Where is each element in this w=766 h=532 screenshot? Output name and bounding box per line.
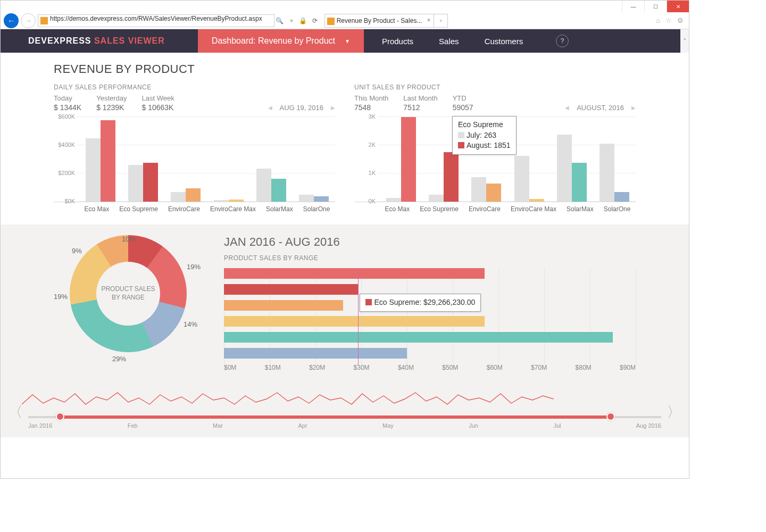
browser-toolbar: ← → https://demos.devexpress.com/RWA/Sal… [1,12,689,29]
tab-close-icon[interactable]: × [427,16,430,24]
address-url: https://demos.devexpress.com/RWA/SalesVi… [50,15,262,22]
nav-back-button[interactable]: ← [4,13,19,28]
chart-tooltip: Eco Supreme July: 263 August: 1851 [452,116,517,155]
app-header: DEVEXPRESS SALES VIEWER Dashboard: Reven… [1,29,689,53]
window-titlebar: — ☐ ✕ [1,1,689,12]
page-title: REVENUE BY PRODUCT [54,62,636,76]
card-daily-sales: DAILY SALES PERFORMANCE Today$ 1344K Yes… [54,84,335,213]
nav-products[interactable]: Products [382,37,413,46]
home-icon[interactable]: ⌂ [656,16,660,24]
card-unit-sales: UNIT SALES BY PRODUCT This Month7548 Las… [354,84,636,213]
range-title: JAN 2016 - AUG 2016 [224,235,636,249]
nav-forward-button[interactable]: → [21,13,36,28]
month-picker[interactable]: ◀ AUGUST, 2016 ▶ [565,104,636,112]
tab-title: Revenue By Product - Sales... [337,17,422,24]
chart-range-bars[interactable]: $0M$10M$20M$30M$40M$50M$60M$70M$80M$90M … [224,268,636,375]
prev-month-icon[interactable]: ◀ [565,105,569,111]
range-handle-end[interactable] [606,412,615,421]
chevron-down-icon: ▼ [345,38,350,44]
range-subtitle: PRODUCT SALES BY RANGE [224,254,636,262]
brand-logo: DEVEXPRESS SALES VIEWER [1,36,198,46]
current-month: AUGUST, 2016 [577,104,624,112]
window-min-button[interactable]: — [622,1,644,12]
card-heading: DAILY SALES PERFORMANCE [54,84,335,91]
window-max-button[interactable]: ☐ [644,1,667,12]
help-button[interactable]: ? [556,35,569,47]
card-heading: UNIT SALES BY PRODUCT [354,84,636,91]
favorites-icon[interactable]: ☆ [665,16,672,24]
timeline-range-selector[interactable]: 〈 〉 Jan 2016FebMarAprMayJunJulAug 2016 [6,385,684,432]
refresh-icon[interactable]: ⟳ [311,17,319,24]
address-bar[interactable]: https://demos.devexpress.com/RWA/SalesVi… [38,14,274,27]
lock-icon: 🔒 [299,17,307,24]
browser-tab[interactable]: Revenue By Product - Sales... × [324,14,435,28]
chart-donut[interactable]: PRODUCT SALES BY RANGE 10% 19% 14% 29% 1… [54,235,203,352]
next-date-icon[interactable]: ▶ [331,105,335,111]
date-picker[interactable]: ◀ AUG 19, 2016 ▶ [268,104,335,112]
favicon-icon [40,17,48,24]
donut-center-label: PRODUCT SALES BY RANGE [96,262,160,326]
timeline-sparkline [22,388,554,412]
timeline-next-icon[interactable]: 〉 [667,402,681,422]
favicon-icon [327,18,335,25]
prev-date-icon[interactable]: ◀ [268,105,272,111]
window-close-button[interactable]: ✕ [667,1,689,12]
current-date: AUG 19, 2016 [280,104,323,112]
timeline-prev-icon[interactable]: 〈 [8,402,23,422]
new-tab-button[interactable]: ▫ [434,14,448,28]
nav-sales[interactable]: Sales [439,37,459,46]
chart-daily-sales[interactable]: $0K$200K$400K$600KEco MaxEco SupremeEnvi… [54,117,335,213]
scroll-up-icon[interactable]: ˄ [680,29,689,53]
search-icon[interactable]: 🔍 [276,17,284,24]
next-month-icon[interactable]: ▶ [631,105,636,111]
dashboard-dropdown[interactable]: Dashboard: Revenue by Product ▼ [198,29,364,53]
range-handle-start[interactable] [56,412,64,421]
nav-customers[interactable]: Customers [485,37,523,46]
settings-icon[interactable]: ⚙ [677,16,684,24]
range-tooltip: Eco Supreme: $29,266,230.00 [360,294,481,312]
chart-unit-sales[interactable]: 0K1K2K3KEco MaxEco SupremeEnviroCareEnvi… [354,117,636,213]
dashboard-label: Dashboard: Revenue by Product [212,36,335,46]
